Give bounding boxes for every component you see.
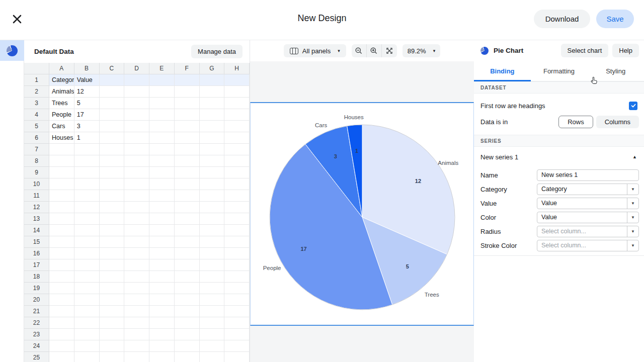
spreadsheet-cell[interactable] (74, 248, 100, 259)
spreadsheet-cell[interactable] (124, 109, 149, 121)
spreadsheet-cell[interactable] (74, 167, 100, 178)
spreadsheet-cell[interactable] (175, 259, 200, 271)
spreadsheet-cell[interactable] (74, 317, 100, 329)
spreadsheet-cell[interactable] (200, 202, 225, 213)
row-number[interactable]: 10 (24, 178, 49, 190)
spreadsheet-cell[interactable]: 12 (74, 86, 100, 98)
spreadsheet-cell[interactable] (149, 352, 175, 362)
spreadsheet-cell[interactable] (175, 178, 200, 190)
spreadsheet-cell[interactable] (124, 155, 149, 167)
columns-button[interactable]: Columns (596, 116, 639, 128)
spreadsheet-cell[interactable] (100, 259, 125, 271)
spreadsheet-cell[interactable] (200, 144, 225, 155)
tab-formatting[interactable]: Formatting (531, 61, 588, 81)
spreadsheet-cell[interactable] (124, 167, 149, 178)
spreadsheet-cell[interactable] (175, 283, 200, 294)
first-row-headings-checkbox[interactable] (629, 102, 637, 110)
spreadsheet-cell[interactable] (200, 329, 225, 340)
spreadsheet-cell[interactable] (49, 248, 74, 259)
row-number[interactable]: 5 (24, 121, 49, 132)
spreadsheet-cell[interactable]: 17 (74, 109, 100, 121)
spreadsheet-cell[interactable] (74, 236, 100, 248)
help-button[interactable]: Help (612, 44, 639, 57)
spreadsheet-cell[interactable] (149, 259, 175, 271)
spreadsheet-cell[interactable] (74, 155, 100, 167)
spreadsheet-cell[interactable] (49, 178, 74, 190)
spreadsheet-cell[interactable] (149, 132, 175, 144)
column-header[interactable]: F (175, 63, 200, 74)
spreadsheet-cell[interactable] (124, 306, 149, 317)
spreadsheet-cell[interactable] (175, 340, 200, 352)
spreadsheet-cell[interactable] (74, 190, 100, 202)
download-button[interactable]: Download (534, 10, 590, 28)
row-number[interactable]: 13 (24, 213, 49, 225)
spreadsheet-cell[interactable] (100, 340, 125, 352)
spreadsheet-cell[interactable] (49, 190, 74, 202)
column-header[interactable]: E (149, 63, 175, 74)
spreadsheet-cell[interactable] (100, 190, 125, 202)
spreadsheet-cell[interactable] (200, 98, 225, 109)
spreadsheet-cell[interactable] (124, 98, 149, 109)
row-number[interactable]: 2 (24, 86, 49, 98)
spreadsheet-cell[interactable] (149, 236, 175, 248)
spreadsheet-cell[interactable] (49, 283, 74, 294)
spreadsheet-cell[interactable] (49, 306, 74, 317)
spreadsheet-cell[interactable] (175, 317, 200, 329)
spreadsheet-cell[interactable] (149, 109, 175, 121)
spreadsheet-cell[interactable] (100, 86, 125, 98)
spreadsheet-cell[interactable] (74, 225, 100, 236)
row-number[interactable]: 9 (24, 167, 49, 178)
spreadsheet-cell[interactable] (200, 306, 225, 317)
rows-button[interactable]: Rows (558, 116, 593, 128)
spreadsheet-cell[interactable] (200, 167, 225, 178)
spreadsheet-cell[interactable] (175, 202, 200, 213)
spreadsheet-cell[interactable] (74, 306, 100, 317)
spreadsheet-cell[interactable] (224, 340, 250, 352)
spreadsheet-cell[interactable] (200, 317, 225, 329)
spreadsheet-cell[interactable] (200, 109, 225, 121)
row-number[interactable]: 22 (24, 317, 49, 329)
spreadsheet-cell[interactable] (124, 86, 149, 98)
spreadsheet-cell[interactable] (49, 352, 74, 362)
spreadsheet-cell[interactable] (149, 294, 175, 306)
spreadsheet-cell[interactable] (149, 213, 175, 225)
spreadsheet-cell[interactable] (49, 317, 74, 329)
spreadsheet-cell[interactable] (100, 352, 125, 362)
spreadsheet-cell[interactable] (74, 259, 100, 271)
manage-data-button[interactable]: Manage data (191, 45, 243, 58)
column-header[interactable]: G (200, 63, 225, 74)
spreadsheet-cell[interactable] (100, 294, 125, 306)
spreadsheet-cell[interactable] (49, 329, 74, 340)
spreadsheet-cell[interactable] (200, 271, 225, 283)
spreadsheet-cell[interactable] (175, 271, 200, 283)
spreadsheet-cell[interactable] (175, 190, 200, 202)
spreadsheet-cell[interactable]: Trees (49, 98, 74, 109)
spreadsheet-cell[interactable]: 5 (74, 98, 100, 109)
spreadsheet-cell[interactable] (200, 86, 225, 98)
spreadsheet-cell[interactable]: People (49, 109, 74, 121)
spreadsheet-cell[interactable] (149, 306, 175, 317)
spreadsheet-cell[interactable] (175, 306, 200, 317)
spreadsheet-cell[interactable] (100, 121, 125, 132)
spreadsheet-cell[interactable] (100, 271, 125, 283)
spreadsheet-cell[interactable] (224, 144, 250, 155)
row-number[interactable]: 14 (24, 225, 49, 236)
spreadsheet-cell[interactable] (149, 225, 175, 236)
row-number[interactable]: 8 (24, 155, 49, 167)
spreadsheet-cell[interactable] (100, 109, 125, 121)
spreadsheet-cell[interactable] (175, 74, 200, 86)
spreadsheet-cell[interactable] (124, 132, 149, 144)
spreadsheet-cell[interactable] (200, 74, 225, 86)
stroke-color-dropdown[interactable]: Select column...▼ (537, 240, 639, 251)
spreadsheet-cell[interactable] (49, 144, 74, 155)
spreadsheet-cell[interactable] (124, 294, 149, 306)
spreadsheet-cell[interactable] (74, 283, 100, 294)
spreadsheet-cell[interactable] (74, 213, 100, 225)
row-number[interactable]: 25 (24, 352, 49, 362)
spreadsheet-cell[interactable] (175, 132, 200, 144)
row-number[interactable]: 24 (24, 340, 49, 352)
spreadsheet-cell[interactable] (100, 167, 125, 178)
row-number[interactable]: 18 (24, 271, 49, 283)
spreadsheet-cell[interactable] (224, 109, 250, 121)
spreadsheet-cell[interactable]: 1 (74, 132, 100, 144)
